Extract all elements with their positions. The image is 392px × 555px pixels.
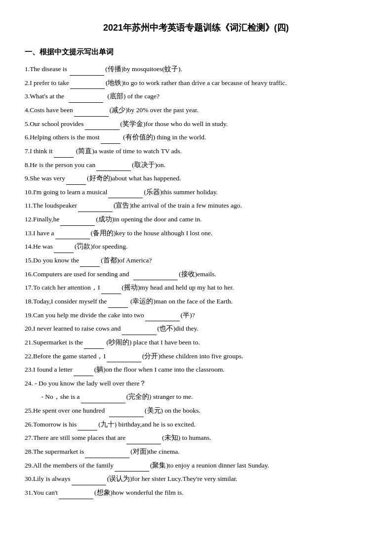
page-title: 2021年苏州中考英语专题训练《词汇检测》(四) [25, 20, 367, 36]
blank-29 [115, 471, 149, 471]
blank-25 [109, 417, 144, 417]
blank-8 [96, 171, 131, 171]
q1: 1.The disease is (传播)by mosquitoes(蚊子). [25, 63, 367, 76]
q28: 28.The supermarket is(对面)the cinema. [25, 445, 367, 458]
blank-16 [133, 280, 178, 280]
q22: 22.Before the game started，I(分开)these ch… [25, 350, 367, 363]
question-list: 1.The disease is (传播)by mosquitoes(蚊子). … [25, 63, 367, 499]
q3: 3.What's at the (底部) of the cage? [25, 90, 367, 103]
q12: 12.Finally,he(成功)in opening the door and… [25, 213, 367, 226]
q8: 8.He is the person you can(取决于)on. [25, 159, 367, 171]
q4: 4.Costs have been(减少)by 20% over the pas… [25, 104, 367, 117]
blank-11 [78, 212, 113, 212]
blank-7 [54, 157, 74, 158]
q9: 9.She was very(好奇的)about what has happen… [25, 172, 367, 185]
blank-24 [81, 403, 125, 403]
blank-21 [84, 348, 104, 349]
blank-13 [55, 239, 90, 239]
blank-6 [101, 143, 120, 144]
q11: 11.The loudspeaker(宣告)the arrival of the… [25, 199, 367, 212]
q19: 19.Can you help me divide the cake into … [25, 309, 367, 322]
q13: 13.I have a(备用的)key to the house althoug… [25, 227, 367, 240]
blank-28 [85, 458, 129, 458]
q5: 5.Our school provides(奖学金)for those who … [25, 118, 367, 130]
q26: 26.Tomorrow is his(九十) birthday,and he i… [25, 418, 367, 431]
q2: 2.I prefer to take(地铁)to go to work rath… [25, 77, 367, 89]
q21: 21.Supermarket is the (吵闹的) place that I… [25, 336, 367, 349]
q18: 18.Today,I consider myself the (幸运的)man … [25, 295, 367, 308]
blank-19 [145, 321, 180, 321]
q30: 30.Lily is always(误认为)for her sister Luc… [25, 472, 367, 485]
q14: 14.He was(罚款)for speeding. [25, 240, 367, 253]
blank-2 [70, 88, 105, 89]
q27: 27.There are still some places that are(… [25, 431, 367, 444]
blank-5 [85, 129, 119, 130]
q17: 17.To catch her attention，I(摇动)my head a… [25, 281, 367, 294]
blank-30 [72, 485, 106, 485]
blank-4 [74, 116, 109, 117]
q23: 23.I found a letter(躺)on the floor when … [25, 363, 367, 376]
q16: 16.Computers are used for sending and (接… [25, 268, 367, 281]
blank-22 [107, 362, 141, 362]
blank-26 [78, 430, 97, 430]
q31: 31.You can't(想象)how wonderful the film i… [25, 486, 367, 499]
blank-31 [59, 499, 93, 499]
blank-14 [54, 253, 74, 253]
blank-9 [66, 184, 86, 185]
blank-18 [108, 307, 128, 308]
blank-1 [70, 75, 104, 76]
blank-15 [80, 266, 100, 267]
q25: 25.He spent over one hundred (美元) on the… [25, 404, 367, 417]
q24-answer: - No，she is a(完全的) stranger to me. [35, 390, 367, 403]
q20: 20.I never learned to raise cows and(也不)… [25, 322, 367, 335]
blank-20 [122, 335, 157, 335]
section1-header: 一、根据中文提示写出单词 [25, 45, 367, 59]
blank-17 [101, 294, 121, 294]
blank-23 [74, 376, 93, 376]
q29: 29.All the members of the family(聚集)to e… [25, 459, 367, 472]
blank-3 [69, 102, 103, 103]
blank-27 [126, 444, 161, 444]
q15: 15.Do you know the(首都)of America? [25, 254, 367, 267]
q10: 10.I'm going to learn a musical(乐器)this … [25, 186, 367, 199]
q6: 6.Helping others is the most (有价值的) thin… [25, 131, 367, 144]
blank-10 [108, 198, 143, 198]
blank-12 [60, 225, 95, 226]
q24: 24. - Do you know the lady well over the… [25, 377, 367, 390]
q7: 7.I think it (简直)a waste of time to watc… [25, 145, 367, 158]
